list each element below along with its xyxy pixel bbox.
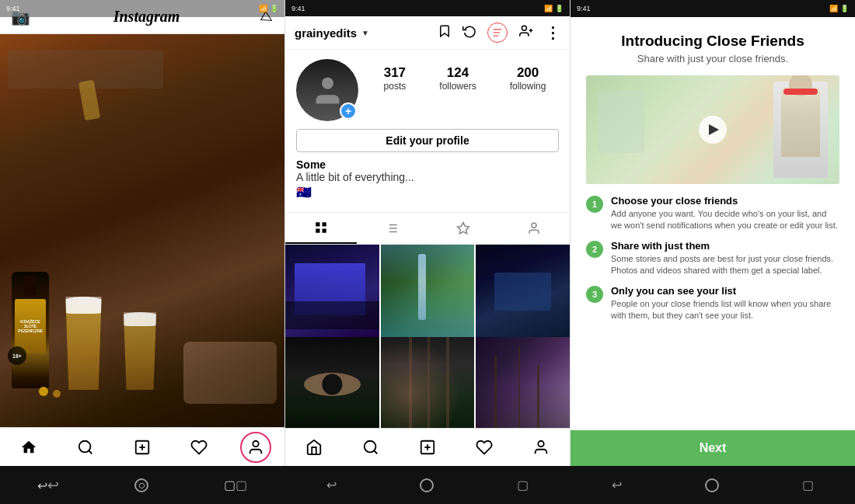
svg-rect-6	[494, 30, 502, 30]
bookmark-icon[interactable]	[438, 24, 452, 41]
feature-title-1: Choose your close friends	[611, 195, 839, 207]
grid-cell-1[interactable]	[285, 245, 379, 339]
dropdown-arrow-icon[interactable]: ▼	[361, 29, 369, 37]
feature-item-3: 3 Only you can see your list People on y…	[586, 285, 839, 322]
photo-grid	[285, 245, 570, 428]
svg-rect-8	[494, 36, 498, 36]
grid-cell-2[interactable]	[381, 245, 475, 339]
age-badge: 18+	[8, 346, 26, 365]
panel2-bottom-nav	[285, 428, 570, 466]
more-icon[interactable]: ⋮	[545, 25, 560, 40]
svg-point-12	[322, 77, 333, 89]
feature-item-1: 1 Choose your close friends Add anyone y…	[586, 195, 839, 232]
p3-square-icon[interactable]: ▢	[802, 478, 814, 492]
svg-marker-23	[457, 223, 469, 234]
feature-text-1: Choose your close friends Add anyone you…	[611, 195, 839, 232]
bookmark-tab[interactable]	[428, 213, 499, 244]
feature-number-3: 3	[586, 286, 603, 303]
p2-profile-nav[interactable]	[525, 432, 557, 463]
p3-back-icon[interactable]: ↩	[612, 478, 622, 492]
tagged-tab[interactable]	[499, 213, 571, 244]
svg-rect-14	[322, 222, 326, 226]
grid-cell-6[interactable]	[476, 337, 570, 428]
p2-add-nav[interactable]	[412, 432, 443, 463]
list-icon[interactable]	[487, 23, 508, 43]
feature-desc-3: People on your close friends list will k…	[611, 298, 839, 322]
grid-tab[interactable]	[285, 213, 357, 244]
panel3-subtitle: Share with just your close friends.	[586, 53, 839, 64]
list-tab[interactable]	[357, 213, 428, 244]
play-button[interactable]	[699, 116, 727, 144]
p3-home-icon[interactable]	[705, 478, 719, 492]
followers-stat[interactable]: 124 followers	[439, 65, 476, 92]
feature-title-2: Share with just them	[611, 240, 839, 252]
feature-desc-1: Add anyone you want. You decide who's on…	[611, 208, 839, 232]
p2-back-icon[interactable]: ↩	[326, 478, 337, 492]
feature-number-1: 1	[586, 196, 603, 213]
p1-square-icon[interactable]: ▢	[224, 478, 247, 492]
p2-home-nav[interactable]	[298, 432, 330, 463]
p2-square-icon[interactable]: ▢	[517, 478, 529, 492]
grid-cell-5[interactable]	[381, 337, 475, 428]
video-thumbnail[interactable]	[586, 75, 839, 184]
panel2-status-bar: 9:41 📶 🔋	[285, 0, 570, 16]
edit-profile-button[interactable]: Edit your profile	[296, 129, 559, 152]
heart-nav-item[interactable]	[183, 432, 215, 463]
feature-text-3: Only you can see your list People on you…	[611, 285, 839, 322]
system-nav-bar: ↩ ▢ ↩ ▢ ↩ ▢	[0, 466, 855, 504]
feature-item-2: 2 Share with just them Some stories and …	[586, 240, 839, 277]
svg-rect-13	[316, 222, 319, 226]
grid-cell-4[interactable]	[285, 337, 379, 428]
search-nav-item[interactable]	[70, 432, 101, 463]
close-friends-content: Introducing Close Friends Share with jus…	[571, 17, 855, 421]
feature-title-3: Only you can see your list	[611, 285, 839, 297]
feature-desc-2: Some stories and posts are best for just…	[611, 253, 839, 277]
panel3-status-bar: 9:41 📶 🔋	[571, 0, 855, 17]
p2-heart-nav[interactable]	[469, 432, 500, 463]
posts-stat: 317 posts	[384, 65, 407, 92]
grid-tabs	[285, 212, 570, 245]
svg-point-25	[365, 441, 376, 453]
add-person-icon[interactable]	[518, 24, 534, 41]
svg-point-5	[253, 440, 259, 446]
p1-back-icon[interactable]: ↩	[37, 477, 59, 494]
svg-point-30	[539, 441, 544, 447]
bio-flag: 🇦🇺	[296, 185, 559, 200]
svg-rect-7	[494, 33, 500, 33]
followers-label: followers	[439, 81, 476, 92]
header-icons: ⋮	[438, 23, 560, 43]
posts-label: posts	[384, 81, 407, 92]
profile-section: + 317 posts 124 followers 200 following	[285, 50, 570, 206]
profile-stats: 317 posts 124 followers 200 following	[371, 59, 559, 92]
home-nav-item[interactable]	[13, 432, 44, 463]
svg-rect-16	[322, 229, 326, 233]
profile-bio: Some A little bit of everything... 🇦🇺	[296, 158, 559, 200]
p1-home-icon[interactable]	[134, 478, 148, 492]
feature-text-2: Share with just them Some stories and po…	[611, 240, 839, 277]
avatar-container: +	[296, 59, 358, 121]
add-nav-item[interactable]	[127, 432, 158, 463]
panel2-header: grainyedits ▼ ⋮	[285, 16, 570, 50]
feature-list: 1 Choose your close friends Add anyone y…	[586, 195, 839, 322]
feed-content: KSIĄŻĘCEZŁOTEPSZENICZNE 18+	[0, 34, 284, 427]
following-count: 200	[517, 65, 539, 81]
next-button[interactable]: Next	[571, 430, 855, 466]
history-icon[interactable]	[462, 24, 476, 41]
p2-home-icon[interactable]	[420, 478, 434, 492]
bio-text: A little bit of everything...	[296, 171, 559, 183]
panel1-bottom-nav	[0, 427, 284, 466]
followers-count: 124	[447, 65, 469, 81]
p2-search-nav[interactable]	[355, 432, 386, 463]
add-story-badge[interactable]: +	[340, 103, 357, 120]
profile-nav-item[interactable]	[240, 432, 271, 463]
svg-rect-15	[316, 229, 319, 233]
feature-number-2: 2	[586, 241, 603, 258]
following-stat[interactable]: 200 following	[510, 65, 546, 92]
grid-cell-3[interactable]	[476, 245, 570, 339]
bio-name: Some	[296, 158, 559, 171]
username-label: grainyedits	[295, 26, 357, 40]
svg-line-26	[374, 450, 377, 454]
svg-line-1	[89, 450, 92, 454]
panel3-title: Introducing Close Friends	[586, 33, 839, 50]
svg-point-0	[79, 440, 91, 452]
